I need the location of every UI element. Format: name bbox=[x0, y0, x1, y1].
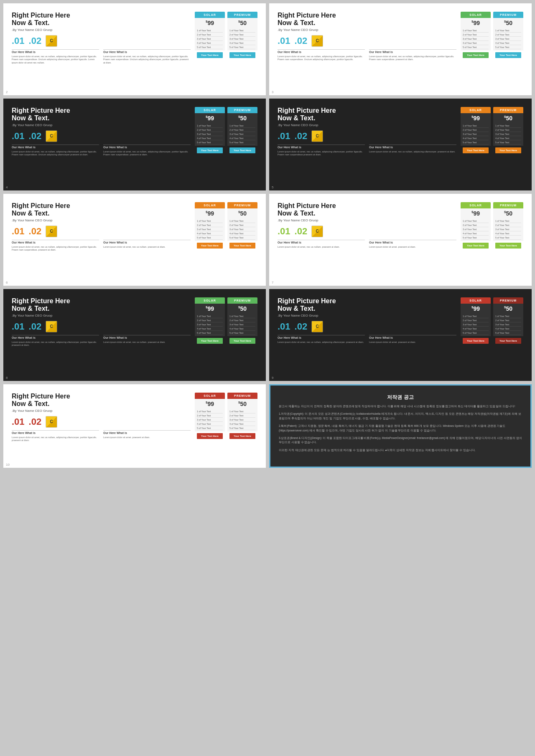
page-number: 5 bbox=[272, 185, 273, 189]
card-btn[interactable]: Your Text Here bbox=[229, 147, 255, 153]
slide-5-stat2: .02 bbox=[295, 131, 308, 142]
slide-6-desc2: Lorem ipsum dolor sit amet, nec us nulla… bbox=[103, 246, 191, 252]
card-price: $99 bbox=[461, 18, 491, 27]
card-header: SOLAR bbox=[195, 202, 225, 208]
slide-3-desc1: Lorem ipsum dolor sit amet, nec us nulla… bbox=[278, 55, 365, 61]
slide-7-card2: PREMIUM $50 1 of Your Text 2 of Your Tex… bbox=[493, 202, 523, 277]
card-features: 1 of Your Text 2 of Your Text 3 of Your … bbox=[227, 218, 257, 241]
slide-3-card2: PREMIUM $50 1 of Your Text 2 of Your Tex… bbox=[493, 12, 523, 87]
slide-2: Right Picture HereNow & Text. .By Your N… bbox=[3, 3, 266, 95]
card-btn[interactable]: Your Text Here bbox=[197, 243, 223, 249]
slide-6-stat1: .01 bbox=[12, 226, 25, 237]
card-features: 1 of Your Text 2 of Your Text 3 of Your … bbox=[493, 218, 523, 241]
card-btn[interactable]: Your Text Here bbox=[495, 338, 521, 344]
slide-4-label1: Our Here What is bbox=[12, 145, 99, 149]
page-number: 8 bbox=[6, 376, 8, 380]
card-features: 1 of Your Text 2 of Your Text 3 of Your … bbox=[461, 27, 491, 51]
slide-3-subtitle: .By Your Name CEO Gruop bbox=[278, 28, 456, 32]
card-header: SOLAR bbox=[195, 297, 225, 304]
card-header: SOLAR bbox=[195, 393, 225, 399]
card-features: 1 of Your Text 2 of Your Text 3 of Your … bbox=[227, 408, 257, 431]
slide-5-desc1: Lorem ipsum dolor sit amet, nec us nulla… bbox=[278, 150, 365, 157]
card-header: SOLAR bbox=[461, 12, 491, 18]
card-btn[interactable]: Your Text Here bbox=[229, 52, 255, 58]
slide-5-stat1: .01 bbox=[278, 131, 290, 142]
card-header: PREMIUM bbox=[493, 107, 523, 113]
copyright-para5: 이러한 지적 재산권에 관한 모든 문제 는 법적으로 처리될 수 있음을 알려… bbox=[279, 448, 522, 452]
card-btn[interactable]: Your Text Here bbox=[229, 243, 255, 249]
slide-2-card2: PREMIUM $50 1 of Your Text 2 of Your Tex… bbox=[227, 12, 257, 87]
card-btn[interactable]: Your Text Here bbox=[197, 338, 223, 344]
card-header: SOLAR bbox=[461, 297, 491, 304]
slide-10-desc2: Lorem ipsum dolor sit amet. praesent at … bbox=[103, 436, 191, 442]
card-btn[interactable]: Your Text Here bbox=[495, 147, 521, 153]
card-price: $99 bbox=[461, 113, 491, 122]
slide-9-logo: C bbox=[311, 321, 323, 332]
slide-6-desc1: Lorem ipsum dolor sit amet, nec us nulla… bbox=[12, 246, 99, 252]
slide-5-card2: PREMIUM $50 1 of Your Text 2 of Your Tex… bbox=[493, 107, 523, 182]
card-features: 1 of Your Text 2 of Your Text 3 of Your … bbox=[195, 122, 225, 146]
slide-8-card1: SOLAR $99 1 of Your Text 2 of Your Text … bbox=[195, 297, 225, 373]
slide-9-stat2: .02 bbox=[295, 321, 308, 332]
slide-6-label2: Our Here What is bbox=[103, 240, 191, 244]
card-btn[interactable]: Your Text Here bbox=[229, 338, 255, 344]
slide-10-stat1: .01 bbox=[12, 416, 25, 427]
card-btn[interactable]: Your Text Here bbox=[495, 243, 521, 249]
card-header: PREMIUM bbox=[227, 393, 257, 399]
card-price: $50 bbox=[493, 208, 523, 218]
slide-6-card2: PREMIUM $50 1 of Your Text 2 of Your Tex… bbox=[227, 202, 257, 277]
slide-7-desc1: Lorem ipsum dolor sit amet, nec us nulla… bbox=[278, 246, 365, 249]
slide-6-title: Right Picture HereNow & Text. bbox=[12, 202, 191, 218]
slide-9-desc1: Lorem ipsum dolor sit amet, nec us nulla… bbox=[278, 341, 365, 344]
slide-3-stat1: .01 bbox=[278, 36, 290, 46]
slide-10: Right Picture HereNow & Text. .By Your N… bbox=[3, 384, 266, 468]
page-number: 7 bbox=[272, 281, 273, 284]
card-btn[interactable]: Your Text Here bbox=[197, 147, 223, 153]
slide-6-logo: C bbox=[46, 226, 57, 237]
slide-8-card2: PREMIUM $50 1 of Your Text 2 of Your Tex… bbox=[227, 297, 257, 373]
card-btn[interactable]: Your Text Here bbox=[463, 147, 489, 153]
card-header: SOLAR bbox=[461, 107, 491, 113]
slide-2-desc1: Lorem ipsum dolor sit amet, nec us nulla… bbox=[12, 55, 99, 65]
slide-7-title: Right Picture HereNow & Text. bbox=[278, 202, 456, 218]
slide-2-stat1: .01 bbox=[12, 36, 25, 46]
slide-9-label1: Our Here What is bbox=[278, 335, 365, 339]
card-price: $99 bbox=[461, 304, 491, 313]
card-btn[interactable]: Your Text Here bbox=[463, 52, 489, 58]
card-btn[interactable]: Your Text Here bbox=[463, 243, 489, 249]
card-features: 1 of Your Text 2 of Your Text 3 of Your … bbox=[493, 27, 523, 51]
slide-3-logo: C bbox=[311, 35, 323, 47]
slide-8-label2: Our Here What is bbox=[103, 335, 191, 339]
card-price: $99 bbox=[195, 304, 225, 313]
slide-6-stat2: .02 bbox=[29, 226, 42, 237]
slide-7-card1: SOLAR $99 1 of Your Text 2 of Your Text … bbox=[461, 202, 491, 277]
slide-9-card1: SOLAR $99 1 of Your Text 2 of Your Text … bbox=[461, 297, 491, 373]
card-btn[interactable]: Your Text Here bbox=[197, 52, 223, 58]
page-number: 6 bbox=[6, 281, 8, 284]
slide-7-stat2: .02 bbox=[295, 226, 308, 237]
card-header: PREMIUM bbox=[227, 202, 257, 208]
card-btn[interactable]: Your Text Here bbox=[463, 338, 489, 344]
slide-7-label1: Our Here What is bbox=[278, 240, 365, 244]
card-price: $50 bbox=[227, 208, 257, 218]
card-btn[interactable]: Your Text Here bbox=[229, 433, 255, 439]
slide-8-desc1: Lorem ipsum dolor sit amet, nec us nulla… bbox=[12, 341, 99, 347]
slide-10-stat2: .02 bbox=[29, 416, 42, 427]
slide-4: Right Picture HereNow & Text. .By Your N… bbox=[3, 99, 266, 190]
copyright-para3: 2.특허(Patent): 고객사 지원형, 영문 특허, 내용 특허기, 에너… bbox=[279, 424, 522, 433]
slide-5-desc2: Lorem ipsum dolor sit amet, nec us nulla… bbox=[369, 150, 456, 157]
card-features: 1 of Your Text 2 of Your Text 3 of Your … bbox=[195, 27, 225, 51]
slide-3-label1: Our Here What is bbox=[278, 49, 365, 53]
slide-6-card1: SOLAR $99 1 of Your Text 2 of Your Text … bbox=[195, 202, 225, 277]
card-btn[interactable]: Your Text Here bbox=[197, 433, 223, 439]
slide-10-subtitle: .By Your Name CEO Gruop bbox=[12, 409, 191, 413]
slide-5: Right Picture HereNow & Text. .By Your N… bbox=[269, 99, 532, 190]
page-number: 2 bbox=[6, 90, 8, 94]
slide-6: Right Picture HereNow & Text. .By Your N… bbox=[3, 194, 266, 286]
slide-2-desc2: Lorem ipsum dolor sit amet, nec us nulla… bbox=[103, 55, 191, 65]
slide-4-title: Right Picture HereNow & Text. bbox=[12, 107, 191, 122]
card-header: PREMIUM bbox=[493, 202, 523, 208]
slide-3: Right Picture HereNow & Text. .By Your N… bbox=[269, 3, 532, 95]
card-btn[interactable]: Your Text Here bbox=[495, 52, 521, 58]
copyright-para4: 3.상표권(Brand & 디자인)(Design): 이 목을 포함한 타이포… bbox=[279, 436, 522, 445]
